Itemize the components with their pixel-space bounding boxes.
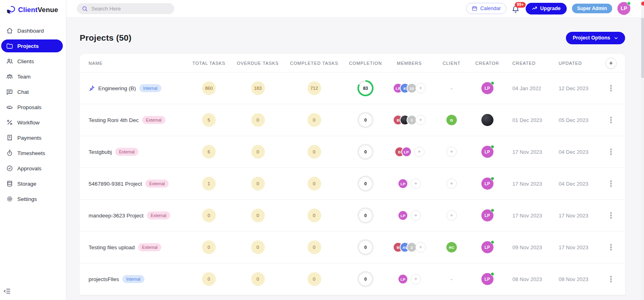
creator-avatar[interactable]: LP	[481, 241, 493, 253]
sidebar-item-label: Settings	[17, 196, 37, 202]
table-row: Testing Roni 4th Dec External 5 0 0 0 B3…	[80, 104, 625, 136]
sidebar-item-proposals[interactable]: Proposals	[1, 101, 63, 114]
add-member-button[interactable]: +	[411, 178, 421, 189]
add-member-button[interactable]: +	[411, 274, 421, 284]
client-cell: -	[433, 85, 470, 91]
creator-avatar[interactable]: LP	[481, 146, 493, 158]
table-row: mandeep-3623 Project External 0 0 0 0 LP…	[80, 200, 625, 232]
page-scrollbar[interactable]	[641, 0, 644, 300]
client-cell: B	[433, 115, 470, 125]
project-name-link[interactable]: Testing Roni 4th Dec	[89, 117, 139, 123]
svg-text:$: $	[9, 136, 10, 139]
add-client-button[interactable]: +	[446, 210, 457, 221]
sidebar-item-label: Projects	[17, 43, 39, 49]
project-name-link[interactable]: Engineering (B)	[98, 85, 136, 91]
search-input[interactable]	[91, 6, 169, 12]
project-options-button[interactable]: Project Options	[566, 32, 625, 44]
completed-tasks-count: 0	[308, 209, 321, 222]
row-actions-kebab[interactable]	[609, 242, 613, 252]
folder-icon	[6, 42, 13, 50]
add-project-button[interactable]: +	[605, 58, 617, 69]
brand-name-secondary: Venue	[37, 6, 58, 14]
creator-avatar[interactable]: LP	[481, 273, 493, 285]
project-name-link[interactable]: 5467890-9381 Project	[89, 181, 142, 187]
creator-avatar[interactable]: LP	[481, 209, 493, 221]
overdue-tasks-count: 0	[251, 145, 265, 159]
member-avatar[interactable]: LP	[398, 178, 408, 189]
col-header-creator[interactable]: CREATOR	[475, 61, 499, 66]
sidebar-item-label: Chat	[17, 89, 29, 95]
add-client-button[interactable]: +	[446, 147, 457, 157]
row-actions-kebab[interactable]	[609, 274, 613, 284]
overdue-tasks-count: 0	[251, 209, 265, 222]
sidebar-item-payments[interactable]: $ Payments	[1, 131, 63, 144]
creator-avatar-photo[interactable]	[481, 114, 493, 126]
member-avatar[interactable]: LP	[401, 147, 412, 157]
col-header-overdue-tasks[interactable]: OVERDUE TASKS	[237, 61, 279, 66]
table-row: Testgbubj External 6 0 0 0 BLP+ + LP 17 …	[80, 136, 625, 168]
member-avatar[interactable]: LP	[398, 274, 408, 284]
creator-cell: LP	[470, 241, 504, 253]
col-header-completion[interactable]: COMPLETION	[349, 61, 382, 66]
calendar-button[interactable]: Calendar	[466, 3, 506, 14]
col-header-created[interactable]: CREATED	[504, 61, 551, 66]
client-avatar[interactable]: RC	[446, 242, 457, 252]
members-cell: LP+	[386, 210, 433, 221]
add-member-button[interactable]: +	[415, 242, 426, 252]
sidebar-item-chat[interactable]: Chat	[1, 85, 63, 98]
sidebar-item-workflow[interactable]: Workflow	[1, 116, 63, 129]
sidebar-item-approvals[interactable]: Approvals	[1, 162, 63, 175]
col-header-total-tasks[interactable]: TOTAL TASKS	[192, 61, 225, 66]
add-client-button[interactable]: +	[446, 178, 457, 189]
row-actions-kebab[interactable]	[609, 115, 613, 125]
sidebar-item-clients[interactable]: Clients	[1, 55, 63, 68]
trending-up-icon	[532, 6, 537, 11]
sidebar-item-storage[interactable]: Storage	[1, 177, 63, 190]
sidebar-item-timesheets[interactable]: Timesheets	[1, 147, 63, 159]
row-actions-kebab[interactable]	[609, 83, 613, 93]
created-date: 08 Nov 2023	[504, 276, 551, 282]
brand-logo[interactable]: ClientVenue	[0, 0, 66, 19]
clientvenue-pin-logo-icon	[6, 5, 16, 15]
project-name-link[interactable]: mandeep-3623 Project	[89, 213, 144, 219]
col-header-updated[interactable]: UPDATED	[551, 61, 597, 66]
add-member-button[interactable]: +	[415, 115, 426, 125]
project-name-link[interactable]: Testgbubj	[89, 149, 112, 155]
project-name-link[interactable]: Testing files upload	[89, 244, 135, 250]
creator-avatar[interactable]: LP	[481, 82, 493, 94]
add-member-button[interactable]: +	[411, 210, 421, 221]
user-avatar[interactable]: LP	[617, 2, 630, 15]
online-status-dot	[491, 272, 494, 276]
sidebar-item-team[interactable]: Team	[1, 70, 63, 83]
brand-name-primary: Client	[18, 6, 37, 14]
scrollbar-thumb[interactable]	[641, 18, 644, 78]
completion-value: 0	[359, 209, 372, 222]
updated-date: 04 Dec 2023	[551, 181, 597, 187]
role-badge: Super Admin	[572, 4, 612, 13]
collapse-sidebar-icon[interactable]	[3, 287, 11, 295]
sidebar-item-dashboard[interactable]: Dashboard	[1, 24, 63, 37]
project-type-badge: External	[138, 243, 162, 251]
upgrade-button[interactable]: Upgrade	[526, 3, 567, 14]
project-name-link[interactable]: projectsFlles	[89, 276, 119, 282]
search-bar[interactable]	[77, 3, 174, 14]
online-status-dot	[491, 81, 494, 85]
add-member-button[interactable]: +	[414, 147, 425, 157]
completed-tasks-count: 712	[308, 81, 321, 95]
notifications-bell[interactable]: 99+	[512, 4, 520, 13]
creator-avatar[interactable]: LP	[481, 178, 493, 190]
sidebar-item-projects[interactable]: Projects	[1, 39, 63, 52]
add-member-button[interactable]: +	[415, 83, 426, 93]
updated-date: 08 Nov 2023	[551, 276, 597, 282]
row-actions-kebab[interactable]	[609, 179, 613, 188]
col-header-completed-tasks[interactable]: COMPLETED TASKS	[290, 61, 339, 66]
col-header-members[interactable]: MEMBERS	[397, 61, 422, 66]
col-header-name[interactable]: NAME	[89, 61, 185, 66]
sidebar-item-settings[interactable]: Settings	[1, 192, 63, 205]
member-avatar[interactable]: LP	[398, 210, 408, 221]
completion-ring: 0	[357, 112, 374, 128]
row-actions-kebab[interactable]	[609, 147, 613, 157]
col-header-client[interactable]: CLIENT	[443, 61, 460, 66]
row-actions-kebab[interactable]	[609, 211, 613, 220]
client-avatar[interactable]: B	[446, 115, 457, 125]
